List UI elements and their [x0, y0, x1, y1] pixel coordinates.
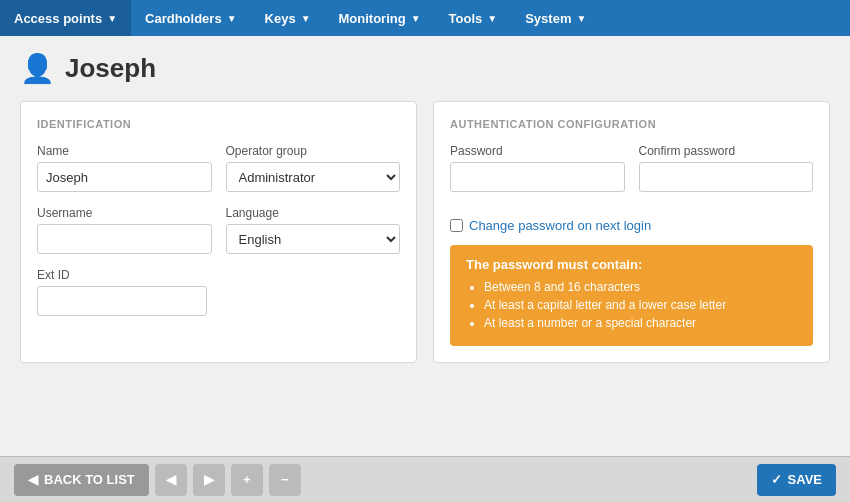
username-label: Username: [37, 206, 212, 220]
next-button[interactable]: ▶: [193, 464, 225, 496]
delete-button[interactable]: −: [269, 464, 301, 496]
password-info-item-3: At least a number or a special character: [484, 316, 797, 330]
confirm-password-label: Confirm password: [639, 144, 814, 158]
page-title: Joseph: [65, 53, 156, 84]
main-content: 👤 Joseph IDENTIFICATION Name Operator gr…: [0, 36, 850, 456]
footer-left: ◀ BACK TO LIST ◀ ▶ + −: [14, 464, 301, 496]
password-fields-row: Password Confirm password: [450, 144, 813, 206]
nav-system-label: System: [525, 11, 571, 26]
nav-system[interactable]: System ▼: [511, 0, 600, 36]
password-info-box: The password must contain: Between 8 and…: [450, 245, 813, 346]
back-arrow-icon: ◀: [28, 472, 38, 487]
operator-group-select[interactable]: Administrator: [226, 162, 401, 192]
minus-icon: −: [281, 472, 289, 487]
next-icon: ▶: [204, 472, 214, 487]
name-label: Name: [37, 144, 212, 158]
save-label: SAVE: [788, 472, 822, 487]
name-field-group: Name: [37, 144, 212, 192]
language-label: Language: [226, 206, 401, 220]
nav-keys[interactable]: Keys ▼: [251, 0, 325, 36]
page-title-area: 👤 Joseph: [20, 52, 830, 85]
password-info-list: Between 8 and 16 characters At least a c…: [466, 280, 797, 330]
nav-system-arrow: ▼: [576, 13, 586, 24]
back-label: BACK TO LIST: [44, 472, 135, 487]
change-password-label[interactable]: Change password on next login: [469, 218, 651, 233]
name-input[interactable]: [37, 162, 212, 192]
add-button[interactable]: +: [231, 464, 263, 496]
language-field-group: Language English: [226, 206, 401, 254]
nav-keys-arrow: ▼: [301, 13, 311, 24]
name-operator-row: Name Operator group Administrator: [37, 144, 400, 206]
username-input[interactable]: [37, 224, 212, 254]
nav-access-points[interactable]: Access points ▼: [0, 0, 131, 36]
nav-monitoring[interactable]: Monitoring ▼: [325, 0, 435, 36]
nav-cardholders[interactable]: Cardholders ▼: [131, 0, 250, 36]
authentication-panel: AUTHENTICATION CONFIGURATION Password Co…: [433, 101, 830, 363]
operator-group-label: Operator group: [226, 144, 401, 158]
nav-monitoring-label: Monitoring: [339, 11, 406, 26]
navbar: Access points ▼ Cardholders ▼ Keys ▼ Mon…: [0, 0, 850, 36]
password-info-item-2: At least a capital letter and a lower ca…: [484, 298, 797, 312]
nav-monitoring-arrow: ▼: [411, 13, 421, 24]
username-field-group: Username: [37, 206, 212, 254]
confirm-password-input[interactable]: [639, 162, 814, 192]
password-info-title: The password must contain:: [466, 257, 797, 272]
change-password-row: Change password on next login: [450, 218, 813, 233]
identification-panel: IDENTIFICATION Name Operator group Admin…: [20, 101, 417, 363]
form-panels: IDENTIFICATION Name Operator group Admin…: [20, 101, 830, 363]
nav-cardholders-label: Cardholders: [145, 11, 222, 26]
password-info-item-1: Between 8 and 16 characters: [484, 280, 797, 294]
user-icon: 👤: [20, 52, 55, 85]
ext-id-field-group: Ext ID: [37, 268, 400, 316]
language-select[interactable]: English: [226, 224, 401, 254]
password-field-group: Password: [450, 144, 625, 192]
authentication-title: AUTHENTICATION CONFIGURATION: [450, 118, 813, 130]
footer: ◀ BACK TO LIST ◀ ▶ + − ✓ SAVE: [0, 456, 850, 502]
confirm-password-field-group: Confirm password: [639, 144, 814, 192]
prev-icon: ◀: [166, 472, 176, 487]
operator-group-field-group: Operator group Administrator: [226, 144, 401, 192]
password-input[interactable]: [450, 162, 625, 192]
nav-tools[interactable]: Tools ▼: [435, 0, 512, 36]
ext-id-label: Ext ID: [37, 268, 400, 282]
identification-title: IDENTIFICATION: [37, 118, 400, 130]
back-to-list-button[interactable]: ◀ BACK TO LIST: [14, 464, 149, 496]
prev-button[interactable]: ◀: [155, 464, 187, 496]
ext-id-input[interactable]: [37, 286, 207, 316]
nav-access-points-label: Access points: [14, 11, 102, 26]
password-label: Password: [450, 144, 625, 158]
nav-cardholders-arrow: ▼: [227, 13, 237, 24]
nav-tools-arrow: ▼: [487, 13, 497, 24]
plus-icon: +: [243, 472, 251, 487]
save-button[interactable]: ✓ SAVE: [757, 464, 836, 496]
username-language-row: Username Language English: [37, 206, 400, 268]
nav-tools-label: Tools: [449, 11, 483, 26]
nav-keys-label: Keys: [265, 11, 296, 26]
nav-access-points-arrow: ▼: [107, 13, 117, 24]
change-password-checkbox[interactable]: [450, 219, 463, 232]
check-icon: ✓: [771, 472, 782, 487]
